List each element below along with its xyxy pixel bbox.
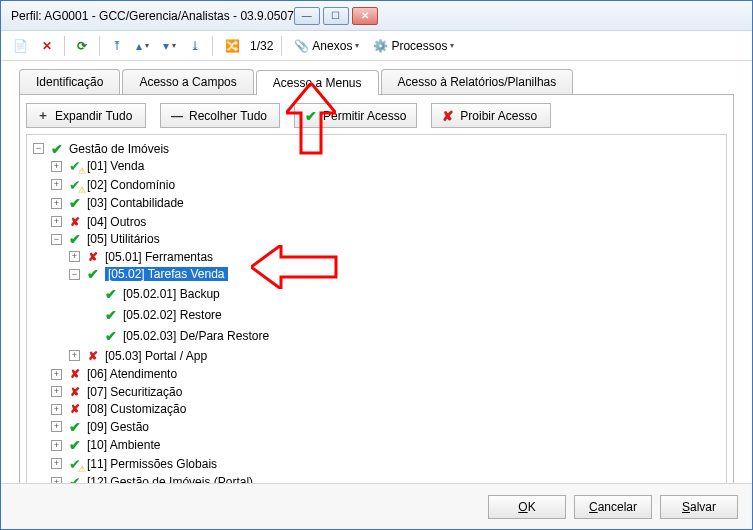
tree-label: [10] Ambiente — [87, 438, 160, 452]
tree-node[interactable]: ✔[05.02.02] Restore — [87, 307, 222, 323]
check-green-icon: ✔ — [104, 286, 118, 302]
titlebar: Perfil: AG0001 - GCC/Gerencia/Analistas … — [1, 1, 752, 31]
annotation-arrow-left — [251, 245, 341, 289]
tab-label: Acesso à Relatórios/Planilhas — [398, 75, 557, 89]
tree-node[interactable]: ✔[05.02.03] De/Para Restore — [87, 328, 269, 344]
tabs: Identificação Acesso a Campos Acesso a M… — [19, 69, 752, 94]
x-red-icon: ✘ — [68, 367, 82, 381]
svg-marker-1 — [251, 245, 336, 289]
first-button[interactable]: ⤒ — [108, 37, 126, 55]
footer: OK Cancelar Salvar — [1, 483, 752, 529]
tree-node[interactable]: −✔[05] Utilitários — [51, 231, 160, 247]
tree-node[interactable]: +✘[05.03] Portal / App — [69, 349, 207, 363]
tree-node[interactable]: +✘[05.01] Ferramentas — [69, 250, 213, 264]
tree-node[interactable]: +✔[01] Venda — [51, 158, 144, 174]
ok-button[interactable]: OK — [488, 495, 566, 519]
annotation-arrow-up — [286, 83, 336, 163]
tree-node[interactable]: +✘[04] Outros — [51, 215, 146, 229]
button-label: alvar — [690, 500, 716, 514]
button-label: Expandir Tudo — [55, 109, 132, 123]
expander-icon[interactable]: + — [51, 161, 62, 172]
attachments-menu[interactable]: 📎 Anexos ▾ — [290, 37, 363, 55]
window-title: Perfil: AG0001 - GCC/Gerencia/Analistas … — [11, 9, 294, 23]
x-red-icon: ✘ — [442, 108, 454, 124]
expander-icon[interactable]: + — [51, 458, 62, 469]
tree-node[interactable]: +✔[11] Permissões Globais — [51, 456, 217, 472]
save-button[interactable]: Salvar — [660, 495, 738, 519]
tab-identificacao[interactable]: Identificação — [19, 69, 120, 94]
minus-icon: — — [171, 109, 183, 123]
tab-relatorios[interactable]: Acesso à Relatórios/Planilhas — [381, 69, 574, 94]
tab-label: Identificação — [36, 75, 103, 89]
button-label: K — [528, 500, 536, 514]
expander-icon[interactable]: + — [51, 216, 62, 227]
tree-label: [01] Venda — [87, 159, 144, 173]
tree-node[interactable]: +✘[07] Securitização — [51, 385, 182, 399]
tree-node[interactable]: +✔[03] Contabilidade — [51, 195, 184, 211]
expander-icon[interactable]: + — [69, 251, 80, 262]
plus-icon: ＋ — [37, 107, 49, 124]
hierarchy-icon[interactable]: 🔀 — [221, 37, 244, 55]
x-red-icon: ✘ — [86, 250, 100, 264]
window-controls: — ☐ ✕ — [294, 7, 378, 25]
refresh-button[interactable]: ⟳ — [73, 37, 91, 55]
tree-node[interactable]: +✘[08] Customização — [51, 402, 186, 416]
tree-label: [05.02.03] De/Para Restore — [123, 329, 269, 343]
expander-icon[interactable]: + — [51, 440, 62, 451]
tree-node-root[interactable]: − ✔ Gestão de Imóveis — [33, 141, 169, 157]
tab-campos[interactable]: Acesso a Campos — [122, 69, 253, 94]
check-green-icon: ✔ — [104, 328, 118, 344]
expander-icon[interactable]: + — [51, 369, 62, 380]
check-green-icon: ✔ — [86, 266, 100, 282]
check-warn-icon: ✔ — [68, 177, 82, 193]
tree-node-selected[interactable]: −✔[05.02] Tarefas Venda — [69, 266, 228, 282]
tree-label: [05.01] Ferramentas — [105, 250, 213, 264]
expander-icon[interactable]: + — [51, 198, 62, 209]
expander-icon[interactable]: + — [51, 386, 62, 397]
processes-menu[interactable]: ⚙️ Processos ▾ — [369, 37, 458, 55]
expander-icon[interactable]: − — [51, 234, 62, 245]
button-label: Recolher Tudo — [189, 109, 267, 123]
collapse-all-button[interactable]: —Recolher Tudo — [160, 103, 280, 128]
check-green-icon: ✔ — [68, 231, 82, 247]
separator — [99, 36, 100, 56]
attachments-label: Anexos — [312, 39, 352, 53]
expander-icon[interactable]: + — [51, 404, 62, 415]
separator — [212, 36, 213, 56]
deny-access-button[interactable]: ✘Proibir Acesso — [431, 103, 551, 128]
action-row: ＋Expandir Tudo —Recolher Tudo ✔Permitir … — [26, 103, 727, 128]
tree-node[interactable]: +✘[06] Atendimento — [51, 367, 177, 381]
x-red-icon: ✘ — [86, 349, 100, 363]
minimize-button[interactable]: — — [294, 7, 320, 25]
tree-label: [04] Outros — [87, 215, 146, 229]
panel-menus: ＋Expandir Tudo —Recolher Tudo ✔Permitir … — [19, 94, 734, 504]
tree-label: [02] Condomínio — [87, 178, 175, 192]
expander-icon[interactable]: − — [33, 143, 44, 154]
check-green-icon: ✔ — [68, 437, 82, 453]
expander-icon[interactable]: + — [69, 350, 80, 361]
button-label: Proibir Acesso — [460, 109, 537, 123]
cancel-button[interactable]: Cancelar — [574, 495, 652, 519]
tree-node[interactable]: +✔[09] Gestão — [51, 419, 149, 435]
tree-label: [06] Atendimento — [87, 367, 177, 381]
processes-label: Processos — [391, 39, 447, 53]
close-button[interactable]: ✕ — [352, 7, 378, 25]
delete-button[interactable]: ✕ — [38, 37, 56, 55]
tree-node[interactable]: +✔[10] Ambiente — [51, 437, 160, 453]
expander-icon[interactable]: + — [51, 179, 62, 190]
check-green-icon: ✔ — [50, 141, 64, 157]
last-button[interactable]: ⤓ — [186, 37, 204, 55]
new-doc-button[interactable]: 📄 — [9, 37, 32, 55]
tree-label: [05.02] Tarefas Venda — [105, 267, 228, 281]
tree-node[interactable]: +✔[02] Condomínio — [51, 177, 175, 193]
prev-button[interactable]: ▴▾ — [132, 37, 153, 55]
expander-icon[interactable]: − — [69, 269, 80, 280]
next-button[interactable]: ▾▾ — [159, 37, 180, 55]
tree-container[interactable]: − ✔ Gestão de Imóveis +✔[01] Venda +✔[02… — [26, 134, 727, 490]
x-red-icon: ✘ — [68, 402, 82, 416]
expander-icon[interactable]: + — [51, 421, 62, 432]
tree-node[interactable]: ✔[05.02.01] Backup — [87, 286, 220, 302]
x-red-icon: ✘ — [68, 385, 82, 399]
expand-all-button[interactable]: ＋Expandir Tudo — [26, 103, 146, 128]
maximize-button[interactable]: ☐ — [323, 7, 349, 25]
